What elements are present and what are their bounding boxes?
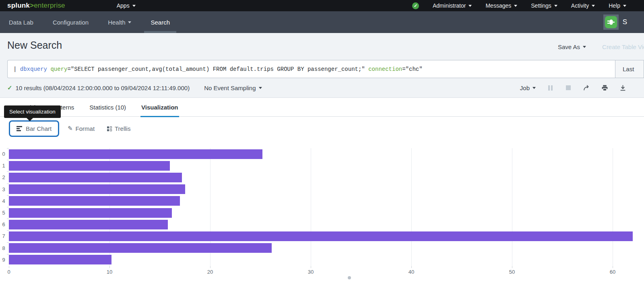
health-ok-icon[interactable]: ✓ [412,2,419,9]
x-axis-label-20: 20 [207,269,213,275]
topbar-menu-administrator[interactable]: Administrator [433,2,472,9]
y-axis-label-3: 3 [1,184,6,195]
time-range-label: Last [623,66,634,72]
x-axis-label-60: 60 [610,269,615,275]
stop-job-icon[interactable] [565,84,572,91]
plug-icon [605,16,617,28]
bar-chart: 0102030405060 0123456789 [0,148,644,281]
chart-type-label: Bar Chart [26,125,52,132]
results-tabs: Events (0)PatternsStatistics (10)Visuali… [0,98,644,117]
event-sampling-dropdown[interactable]: No Event Sampling [204,85,262,91]
axis-tick [411,266,412,268]
page-title: New Search [7,39,62,51]
search-header-area: New Search Save As Create Table View | d… [0,33,644,98]
chevron-down-icon [469,5,472,7]
scroll-indicator-dot[interactable] [348,276,351,279]
print-icon[interactable] [601,84,608,91]
axis-tick [7,195,9,196]
bar-chart-icon [17,126,22,131]
bar-row-7 [9,230,637,242]
x-axis-label-30: 30 [308,269,314,275]
logo-splunk: splunk [7,2,30,10]
bar-row-5 [9,207,637,219]
axis-tick [7,207,9,207]
chevron-down-icon [554,5,557,7]
job-menu[interactable]: Job [520,85,536,91]
axis-tick [613,266,613,268]
save-as-button[interactable]: Save As [558,43,586,50]
job-menu-label: Job [520,85,530,91]
bar-row-3 [9,184,637,195]
bar-row-4 [9,195,637,207]
event-sampling-label: No Event Sampling [204,85,256,91]
bar-row-6 [9,219,637,230]
tab-visualization[interactable]: Visualization [141,98,178,117]
bar-passenger-count-6[interactable] [9,220,168,229]
bar-passenger-count-3[interactable] [9,184,185,194]
axis-tick [512,266,512,268]
db-connect-app-icon[interactable] [603,14,619,30]
results-summary: 10 results (08/04/2024 12:00:00.000 to 0… [16,85,190,91]
spl-query-text: | dbxquery query="SELECT passenger_count… [13,66,423,72]
time-range-picker[interactable]: Last [615,60,644,78]
select-visualization-tooltip: Select visualization [4,105,61,118]
splunk-enterprise-logo: splunk>enterprise [7,2,65,10]
y-axis-label-4: 4 [1,195,6,207]
app-name-clipped: S [623,18,627,26]
nav-items: Data LabConfigurationHealthSearch [8,11,171,33]
bar-passenger-count-5[interactable] [9,208,172,218]
app-nav-bar: Data LabConfigurationHealthSearch S [0,11,644,33]
y-axis-label-1: 1 [1,160,6,171]
x-axis-label-10: 10 [107,269,112,275]
bar-passenger-count-1[interactable] [9,161,170,171]
topbar-menu-help[interactable]: Help [609,2,626,9]
format-label: Format [76,125,95,132]
apps-menu[interactable]: Apps [117,2,136,9]
axis-tick [7,148,9,149]
y-axis-label-5: 5 [1,207,6,219]
share-icon[interactable] [583,84,590,91]
bar-passenger-count-9[interactable] [9,255,111,264]
axis-tick [210,266,211,268]
axis-tick [7,254,9,254]
format-button[interactable]: ✎ Format [68,120,95,137]
apps-menu-label: Apps [117,2,130,9]
chevron-down-icon [533,87,536,89]
nav-item-health[interactable]: Health [107,11,132,33]
axis-tick [7,242,9,243]
topbar-menu-messages[interactable]: Messages [485,2,517,9]
tab-statistics-10[interactable]: Statistics (10) [89,98,126,117]
bar-passenger-count-8[interactable] [9,243,272,253]
pause-job-icon[interactable] [547,84,554,91]
bar-passenger-count-4[interactable] [9,196,180,206]
create-table-view-button[interactable]: Create Table View [602,43,644,50]
trellis-grid-icon [107,126,112,131]
y-axis-label-2: 2 [1,171,6,183]
axis-tick [7,184,9,184]
bar-passenger-count-2[interactable] [9,173,182,182]
x-axis-label-50: 50 [509,269,515,275]
bar-row-8 [9,242,637,254]
trellis-button[interactable]: Trellis [107,120,130,137]
chevron-down-icon [128,21,131,23]
bar-row-1 [9,160,637,171]
axis-tick [311,266,311,268]
topbar-menu-settings[interactable]: Settings [531,2,557,9]
y-axis-label-8: 8 [1,242,6,254]
bar-passenger-count-7[interactable] [9,231,633,241]
logo-product: enterprise [34,2,65,10]
logo-gt: > [30,2,34,10]
chevron-down-icon [259,87,262,89]
nav-item-data-lab[interactable]: Data Lab [8,11,34,33]
export-icon[interactable] [619,84,626,91]
nav-item-search[interactable]: Search [150,11,171,33]
chevron-down-icon [623,5,626,7]
bar-passenger-count-0[interactable] [9,149,262,159]
x-axis-label-40: 40 [409,269,414,275]
chart-type-picker-button[interactable]: Bar Chart [9,120,59,137]
topbar-menu-activity[interactable]: Activity [571,2,595,9]
axis-tick [7,219,9,219]
y-axis-label-7: 7 [1,230,6,242]
nav-item-configuration[interactable]: Configuration [52,11,89,33]
search-query-input[interactable]: | dbxquery query="SELECT passenger_count… [7,60,615,78]
